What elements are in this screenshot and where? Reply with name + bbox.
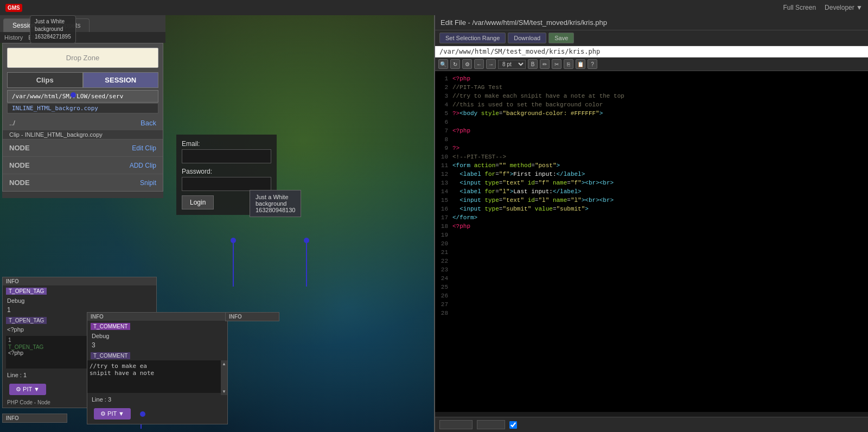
code-editor[interactable]: 1 <?php 2 //PIT-TAG Test 3 //try to make… bbox=[435, 71, 868, 412]
code-line-5: 5 ?><body style="background-color: #FFFF… bbox=[437, 110, 866, 119]
info-box-3: INFO T_COMMENT Debug 3 T_COMMENT //try t… bbox=[87, 312, 228, 424]
code-line-15: 15 <input type="text" id="l" name="l"><b… bbox=[437, 197, 866, 206]
code-line-7: 7 <?php bbox=[437, 128, 866, 136]
edit-clip-button[interactable]: Edit Clip bbox=[132, 144, 156, 152]
fullscreen-link[interactable]: Full Screen bbox=[783, 4, 816, 11]
white-bg-line3: 163280948130 bbox=[256, 207, 295, 213]
panel-bottom-bar bbox=[2, 192, 163, 198]
clips-button[interactable]: Clips bbox=[7, 72, 83, 88]
topbar: GMS Full Screen Developer ▼ bbox=[0, 0, 868, 15]
refresh-icon[interactable]: ↻ bbox=[450, 59, 460, 69]
info-tag-1: T_OPEN_TAG bbox=[6, 288, 47, 295]
code-line-11: 11 <form action="" method="post"> bbox=[437, 162, 866, 171]
panel-body: Drop Zone Clips SESSION /var/www/html/SM… bbox=[2, 43, 163, 192]
code-line-22: 22 bbox=[437, 258, 866, 266]
bottom-checkbox[interactable] bbox=[509, 421, 517, 429]
code-line-9: 9 ?> bbox=[437, 145, 866, 154]
white-bg-node: Just a White background 163280948130 bbox=[250, 190, 301, 217]
copy-icon[interactable]: ⎘ bbox=[564, 59, 573, 69]
app-logo: GMS bbox=[5, 2, 27, 14]
tabs-bar: Session Snippets bbox=[0, 15, 165, 32]
code-line-28: 28 bbox=[437, 310, 866, 319]
editor-bottom-bar bbox=[435, 417, 868, 432]
code-line-26: 26 bbox=[437, 293, 866, 301]
drop-zone[interactable]: Drop Zone bbox=[7, 48, 158, 68]
editor-title-bar: Edit File - /var/www/html/SM/test_moved/… bbox=[435, 15, 868, 30]
code-line-10: 10 <!--PIT-TEST--> bbox=[437, 154, 866, 162]
code-line-4: 4 //this is used to set the background c… bbox=[437, 101, 866, 110]
code-line-1: 1 <?php bbox=[437, 75, 866, 84]
left-panel: Session Snippets History ENV & VARS Drop… bbox=[0, 15, 165, 199]
pit-button-3[interactable]: ⚙ PIT ▼ bbox=[94, 408, 131, 420]
bottom-tab-2[interactable] bbox=[477, 420, 506, 429]
snippet-float: Just a White background 163284271895 bbox=[30, 15, 76, 43]
code-line-18: 18 <?php bbox=[437, 223, 866, 232]
clip-label: Clip - INLINE_HTML_backgro.copy bbox=[3, 130, 163, 139]
code-line-27: 27 bbox=[437, 301, 866, 310]
info-label-2: INFO bbox=[3, 414, 67, 422]
topbar-left: GMS bbox=[5, 2, 27, 14]
file-path-secondary: INLINE_HTML_backgro.copy bbox=[7, 103, 158, 113]
save-button[interactable]: Save bbox=[548, 33, 574, 43]
topbar-right: Full Screen Developer ▼ bbox=[783, 4, 863, 11]
scroll-down-icon[interactable]: ▼ bbox=[222, 389, 226, 394]
code-line-12: 12 <label for="f">First input:</label> bbox=[437, 171, 866, 180]
snipit-button[interactable]: Snipit bbox=[140, 179, 156, 187]
gms-logo-text: GMS bbox=[5, 4, 22, 12]
password-input[interactable] bbox=[182, 177, 271, 191]
editor-toolbar: Set Selection Range Download Save bbox=[435, 30, 868, 46]
email-input[interactable] bbox=[182, 149, 271, 163]
code-line-2: 2 //PIT-TAG Test bbox=[437, 84, 866, 93]
code-line-25: 25 bbox=[437, 284, 866, 293]
pit-button-1[interactable]: ⚙ PIT ▼ bbox=[9, 384, 46, 395]
gear-icon[interactable]: ⚙ bbox=[462, 59, 472, 69]
white-bg-line1: Just a White bbox=[256, 194, 295, 200]
editor-path-bar: /var/www/html/SM/test_moved/kris/kris.ph… bbox=[435, 46, 868, 58]
parent-dir-label: ../ bbox=[9, 119, 15, 127]
arrow-left-icon[interactable]: ← bbox=[474, 59, 484, 69]
pencil-icon[interactable]: ✏ bbox=[540, 59, 550, 69]
bold-icon[interactable]: B bbox=[528, 59, 538, 69]
snippet-line1: Just a White bbox=[35, 18, 71, 26]
download-button[interactable]: Download bbox=[508, 33, 546, 43]
info-code-area-3[interactable]: //try to make ea snipit have a note bbox=[87, 360, 227, 393]
font-size-select[interactable]: 8 pt 10 pt 12 pt bbox=[498, 60, 526, 69]
info-box-4: INFO bbox=[225, 312, 279, 321]
cut-icon[interactable]: ✂ bbox=[552, 59, 561, 69]
developer-menu[interactable]: Developer ▼ bbox=[825, 4, 863, 11]
info-tag-3: T_COMMENT bbox=[91, 323, 130, 330]
code-line-20: 20 bbox=[437, 240, 866, 249]
add-clip-button[interactable]: ADD Clip bbox=[130, 162, 156, 169]
file-path-entry: /var/www/html/SM/FLOW/seed/serv INLINE_H… bbox=[7, 90, 158, 113]
set-selection-button[interactable]: Set Selection Range bbox=[439, 33, 506, 43]
back-row: ../ Back bbox=[3, 116, 163, 130]
node-row-0: NODE Edit Clip bbox=[3, 139, 163, 156]
node-row-1: NODE ADD Clip bbox=[3, 156, 163, 174]
code-line-19: 19 bbox=[437, 232, 866, 240]
connector-dot-2 bbox=[140, 411, 145, 417]
info-box-2: INFO bbox=[2, 414, 67, 423]
search-icon[interactable]: 🔍 bbox=[438, 59, 448, 69]
node-row-2: NODE Snipit bbox=[3, 174, 163, 191]
snippet-line2: background bbox=[35, 26, 71, 33]
history-tab[interactable]: History bbox=[4, 34, 23, 41]
session-button[interactable]: SESSION bbox=[83, 72, 159, 88]
node-label-1: NODE bbox=[9, 161, 30, 169]
code-line-8: 8 bbox=[437, 136, 866, 145]
paste-icon[interactable]: 📋 bbox=[576, 59, 585, 69]
login-button[interactable]: Login bbox=[182, 195, 214, 209]
info-num-3: 3 bbox=[87, 340, 227, 350]
scroll-up-icon[interactable]: ▲ bbox=[222, 361, 226, 366]
connector-dot-3 bbox=[231, 238, 236, 243]
help-icon[interactable]: ? bbox=[588, 59, 597, 69]
arrow-right-icon[interactable]: → bbox=[486, 59, 496, 69]
info-line-3: Line : 3 bbox=[87, 395, 227, 404]
back-button[interactable]: Back bbox=[141, 119, 156, 127]
editor-icons-bar: 🔍 ↻ ⚙ ← → 8 pt 10 pt 12 pt B ✏ ✂ ⎘ 📋 ? bbox=[435, 58, 868, 71]
bottom-tab-1[interactable] bbox=[439, 420, 473, 429]
code-line-13: 13 <input type="text" id="f" name="f"><b… bbox=[437, 180, 866, 188]
code-line-24: 24 bbox=[437, 275, 866, 284]
clips-session-bar: Clips SESSION bbox=[7, 72, 158, 88]
info-tag2-1: T_OPEN_TAG bbox=[6, 317, 47, 324]
snippet-line3: 163284271895 bbox=[35, 33, 71, 41]
